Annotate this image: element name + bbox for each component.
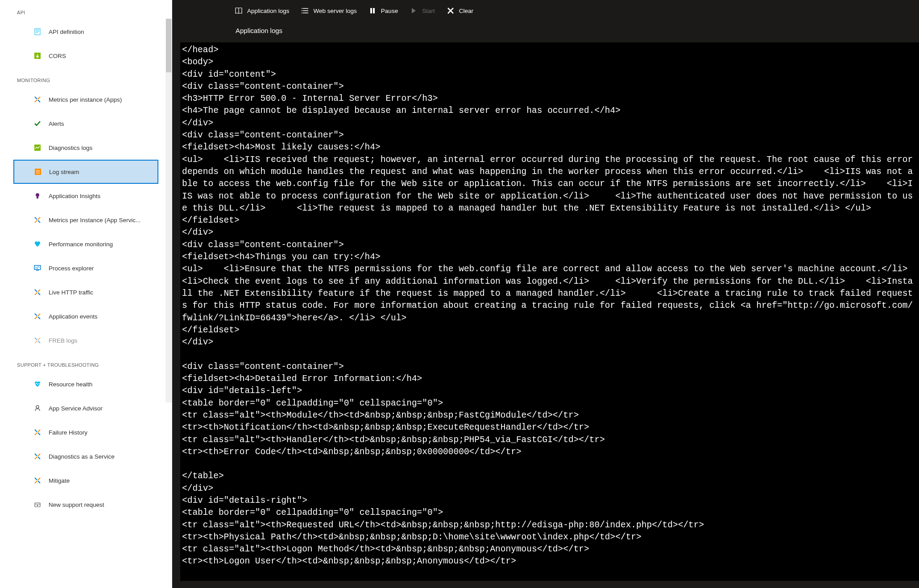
- svg-point-14: [36, 406, 39, 408]
- sidebar-item-metrics-app-service[interactable]: Metrics per Instance (App Servic...: [13, 208, 158, 232]
- book-icon: [235, 7, 243, 15]
- nav-label: Application Insights: [49, 193, 100, 199]
- sidebar-item-diagnostics-logs[interactable]: Diagnostics logs: [13, 136, 158, 160]
- pause-button[interactable]: Pause: [368, 7, 398, 15]
- person-icon: [33, 404, 41, 412]
- tool-label: Start: [422, 8, 435, 14]
- nav-label: Mitigate: [49, 477, 70, 484]
- nav-label: App Service Advisor: [49, 405, 103, 412]
- document-icon: [33, 28, 41, 36]
- tools-icon: [33, 452, 41, 460]
- toolbar: Application logs Web server logs Pause S…: [172, 0, 919, 21]
- svg-point-21: [302, 8, 302, 9]
- tool-label: Pause: [381, 8, 398, 14]
- support-icon: [33, 501, 41, 509]
- svg-point-10: [36, 193, 39, 197]
- tool-label: Application logs: [247, 8, 290, 14]
- diagnostics-icon: [33, 144, 41, 152]
- sidebar-item-application-events[interactable]: Application events: [13, 304, 158, 328]
- nav-label: API definition: [49, 29, 84, 35]
- nav-label: Performance monitoring: [49, 241, 113, 248]
- svg-rect-25: [373, 8, 375, 13]
- sidebar-item-live-http[interactable]: Live HTTP traffic: [13, 280, 158, 304]
- svg-rect-11: [37, 197, 38, 199]
- heart-icon: [33, 240, 41, 248]
- sidebar-item-new-support[interactable]: New support request: [13, 493, 158, 517]
- tools-icon: [33, 216, 41, 224]
- tools-icon: [33, 428, 41, 436]
- nav-label: Resource health: [49, 381, 92, 388]
- tools-icon: [33, 95, 41, 104]
- cors-icon: [33, 52, 41, 60]
- nav-label: FREB logs: [49, 337, 78, 344]
- tools-icon: [33, 476, 41, 484]
- sidebar-item-freb-logs[interactable]: FREB logs: [13, 328, 158, 352]
- sidebar-item-resource-health[interactable]: Resource health: [13, 372, 158, 396]
- svg-point-23: [302, 12, 302, 13]
- log-output[interactable]: </head> <body> <div id="content"> <div c…: [180, 42, 919, 581]
- nav-label: Diagnostics logs: [49, 145, 92, 151]
- sidebar-item-metrics-apps[interactable]: Metrics per instance (Apps): [13, 87, 158, 112]
- start-button: Start: [410, 7, 435, 15]
- sidebar-item-api-definition[interactable]: API definition: [13, 20, 158, 44]
- sidebar-item-performance-monitoring[interactable]: Performance monitoring: [13, 232, 158, 256]
- sidebar-item-cors[interactable]: CORS: [13, 44, 158, 68]
- nav-label: Log stream: [49, 169, 79, 175]
- nav-label: Application events: [49, 313, 98, 320]
- svg-point-17: [37, 505, 38, 506]
- sidebar-item-process-explorer[interactable]: Process explorer: [13, 256, 158, 280]
- nav-label: Metrics per instance (Apps): [49, 96, 122, 103]
- nav-label: New support request: [49, 501, 104, 508]
- sidebar-item-app-service-advisor[interactable]: App Service Advisor: [13, 396, 158, 420]
- sidebar-item-log-stream[interactable]: Log stream: [13, 160, 158, 184]
- stream-icon: [34, 168, 42, 176]
- sidebar: API API definition CORS MONITORING Metri…: [0, 0, 172, 588]
- close-icon: [447, 7, 455, 15]
- page-title: Application logs: [172, 21, 919, 42]
- heart-pulse-icon: [33, 380, 41, 388]
- sidebar-item-mitigate[interactable]: Mitigate: [13, 468, 158, 493]
- checkmark-icon: [33, 120, 41, 128]
- list-icon: [301, 7, 309, 15]
- sidebar-item-application-insights[interactable]: Application Insights: [13, 184, 158, 208]
- nav-label: Diagnostics as a Service: [49, 453, 115, 460]
- tools-icon: [33, 312, 41, 320]
- nav-label: Alerts: [49, 120, 64, 127]
- nav-label: Process explorer: [49, 265, 94, 272]
- nav-label: CORS: [49, 53, 66, 59]
- lightbulb-icon: [33, 192, 41, 200]
- play-icon: [410, 7, 418, 15]
- clear-button[interactable]: Clear: [447, 7, 473, 15]
- scrollbar-thumb[interactable]: [166, 19, 171, 72]
- section-support: SUPPORT + TROUBLESHOOTING: [0, 352, 172, 372]
- web-server-logs-button[interactable]: Web server logs: [301, 7, 357, 15]
- monitor-icon: [33, 264, 41, 272]
- svg-rect-0: [35, 29, 40, 35]
- sidebar-item-alerts[interactable]: Alerts: [13, 112, 158, 136]
- svg-point-22: [302, 10, 302, 11]
- nav-label: Metrics per Instance (App Servic...: [49, 217, 141, 224]
- tool-label: Clear: [459, 8, 473, 14]
- section-api: API: [0, 0, 172, 20]
- nav-label: Failure History: [49, 429, 87, 436]
- tool-label: Web server logs: [314, 8, 357, 14]
- pause-icon: [368, 7, 377, 15]
- section-monitoring: MONITORING: [0, 68, 172, 87]
- sidebar-item-failure-history[interactable]: Failure History: [13, 420, 158, 444]
- main-panel: Application logs Web server logs Pause S…: [172, 0, 919, 588]
- tools-icon: [33, 288, 41, 296]
- sidebar-item-diagnostics-service[interactable]: Diagnostics as a Service: [13, 444, 158, 468]
- nav-label: Live HTTP traffic: [49, 289, 93, 296]
- svg-rect-24: [370, 8, 372, 13]
- application-logs-button[interactable]: Application logs: [235, 7, 290, 15]
- tools-icon: [33, 336, 41, 344]
- scrollbar[interactable]: [166, 19, 172, 402]
